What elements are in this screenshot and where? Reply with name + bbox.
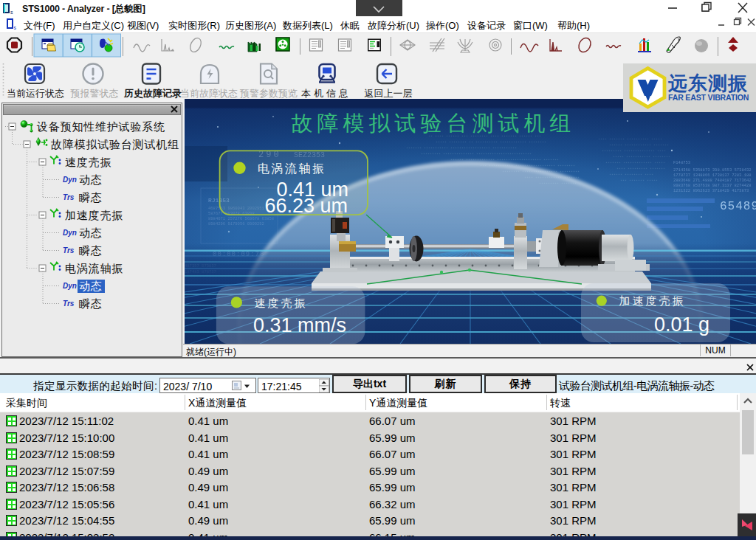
svg-text:远东测振: 远东测振: [667, 72, 748, 94]
svg-text:8984071 257276 569678 63858: 8984071 257276 569678 63858: [208, 216, 274, 221]
svg-text:速度壳振: 速度壳振: [65, 156, 111, 168]
svg-text:66.23 um: 66.23 um: [264, 195, 348, 217]
svg-text:加速度壳振: 加速度壳振: [619, 294, 686, 307]
svg-text:8983768 8537638 987.3137 82744: 8983768 8537638 987.3137 8274428: [673, 183, 752, 188]
svg-text:设备预知性维护试验系统: 设备预知性维护试验系统: [36, 120, 165, 133]
svg-text:0.01 g: 0.01 g: [654, 314, 709, 336]
svg-text:F148753: F148753: [673, 160, 690, 165]
svg-text:故障模拟试验台测试机组: 故障模拟试验台测试机组: [51, 138, 179, 150]
svg-text:2883648 271.4888 7484187 71736: 2883648 271.4888 7484187 7173642: [673, 178, 752, 183]
svg-text:654897: 654897: [720, 200, 756, 213]
svg-text:0.31 mm/s: 0.31 mm/s: [253, 314, 346, 336]
svg-text:Trs: Trs: [63, 193, 75, 201]
svg-text:动态: 动态: [79, 226, 103, 239]
svg-text:加速度壳振: 加速度壳振: [65, 209, 123, 221]
svg-text:FAR EAST VIBRATION: FAR EAST VIBRATION: [668, 93, 749, 102]
svg-text:故障模拟试验台测试机组: 故障模拟试验台测试机组: [292, 111, 576, 135]
svg-text:动态: 动态: [79, 280, 103, 292]
svg-text:动态: 动态: [79, 173, 103, 186]
svg-text:Dyn: Dyn: [63, 229, 77, 237]
svg-text:1231322 8962623 3718429 417387: 1231322 8962623 3718429 4173873: [673, 188, 749, 193]
svg-text:Dyn: Dyn: [63, 282, 77, 290]
svg-text:1778737 1348866 1738137 7283.1: 1778737 1348866 1738137 7283.188: [673, 173, 752, 178]
svg-text:电涡流轴振: 电涡流轴振: [65, 262, 123, 274]
svg-text:瞬态: 瞬态: [79, 297, 103, 310]
svg-text:s: s: [10, 10, 13, 15]
svg-text:2714368 5358873 398.8553 57384: 2714368 5358873 398.8553 5738432: [673, 167, 752, 173]
svg-text:电涡流轴振: 电涡流轴振: [258, 162, 326, 175]
svg-text:速度壳振: 速度壳振: [255, 297, 308, 309]
svg-text:Dyn: Dyn: [63, 176, 77, 184]
svg-text:Trs: Trs: [63, 246, 75, 255]
svg-text:瞬态: 瞬态: [79, 191, 103, 204]
svg-text:瞬态: 瞬态: [79, 244, 103, 257]
svg-text:Trs: Trs: [63, 300, 75, 308]
svg-text:8984296 9179056 0909292: 8984296 9179056 0909292: [208, 221, 264, 226]
